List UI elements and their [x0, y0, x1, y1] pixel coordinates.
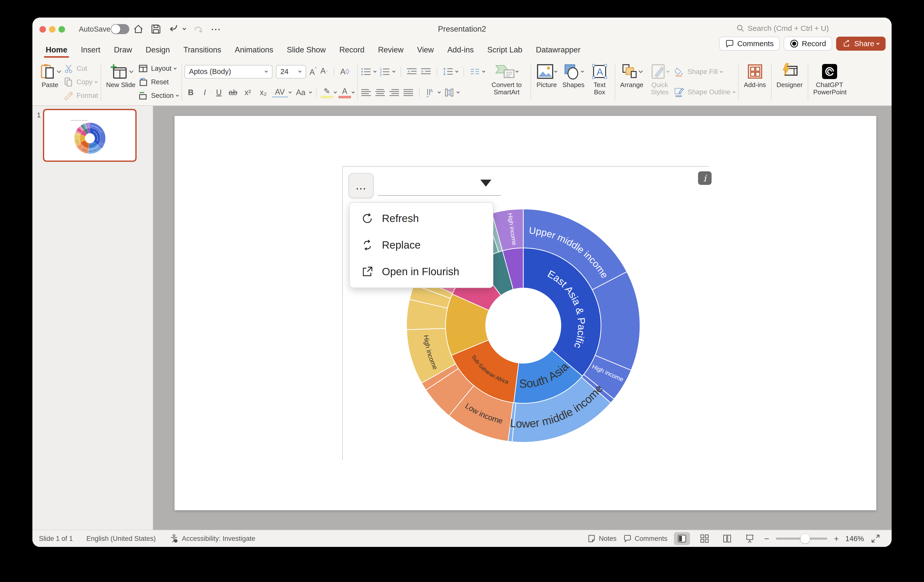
chevron-down-icon [719, 70, 723, 73]
italic-button[interactable]: I [199, 88, 211, 97]
dropdown-caret-icon[interactable] [480, 179, 492, 187]
chevron-down-icon [173, 66, 177, 70]
zoom-out-button[interactable]: − [764, 534, 769, 544]
line-spacing-icon[interactable] [442, 67, 454, 77]
notes-toggle[interactable]: Notes [587, 534, 617, 543]
chart-options-button[interactable]: ... [348, 173, 374, 198]
chevron-down-icon [482, 69, 485, 73]
reset-button[interactable]: Reset [138, 76, 179, 88]
addins-button[interactable]: Add-ins [741, 61, 768, 103]
increase-indent-icon[interactable] [420, 67, 432, 77]
tab-add-ins[interactable]: Add-ins [441, 41, 480, 59]
info-button[interactable]: i [698, 171, 711, 185]
numbered-list-icon[interactable]: 123 [379, 67, 391, 77]
character-spacing-button[interactable]: AV [272, 87, 288, 97]
justify-icon[interactable] [403, 87, 414, 98]
tab-view[interactable]: View [410, 41, 441, 59]
grow-font-button[interactable]: Aˆ [310, 66, 317, 77]
align-right-icon[interactable] [388, 87, 400, 98]
menu-item-open-in-flourish[interactable]: Open in Flourish [350, 259, 493, 285]
tab-home[interactable]: Home [39, 41, 74, 59]
convert-smartart-button[interactable]: Convert to SmartArt [485, 61, 528, 103]
underline-button[interactable]: U [213, 88, 225, 97]
tab-review[interactable]: Review [371, 41, 410, 59]
paste-button[interactable]: Paste [36, 61, 64, 103]
accessibility-status[interactable]: ! Accessibility: Investigate [169, 534, 255, 543]
workspace: 1 Upper middle incomeEast Asia & Pacific… [32, 106, 892, 547]
clear-formatting-button[interactable]: A◊ [340, 67, 349, 76]
slide-canvas[interactable]: ... i Upper middle incomeEast Asia & Pac… [175, 116, 876, 510]
shapes-button[interactable]: Shapes [560, 61, 587, 103]
zoom-level[interactable]: 146% [845, 534, 864, 543]
bullet-list-icon[interactable] [360, 67, 372, 77]
bold-button[interactable]: B [185, 88, 197, 97]
chevron-down-icon [733, 90, 736, 93]
zoom-slider-knob[interactable] [800, 534, 810, 543]
svg-text:A: A [597, 66, 603, 77]
tab-slide-show[interactable]: Slide Show [280, 41, 332, 59]
shape-fill-button: Shape Fill [673, 66, 736, 78]
picture-button[interactable]: Picture [533, 61, 560, 103]
font-size-select[interactable]: 24 [276, 65, 306, 79]
normal-view-button[interactable] [674, 532, 690, 545]
layout-button[interactable]: Layout [138, 62, 179, 74]
chevron-down-icon [289, 90, 292, 94]
zoom-slider[interactable] [776, 538, 827, 539]
new-slide-label: New Slide [106, 81, 135, 89]
tab-design[interactable]: Design [139, 41, 177, 59]
text-box-label: Text Box [589, 81, 610, 96]
tab-record[interactable]: Record [332, 41, 371, 59]
comments-toggle[interactable]: Comments [623, 534, 668, 543]
shrink-font-button[interactable]: Aˇ [320, 66, 328, 77]
tab-transitions[interactable]: Transitions [177, 41, 228, 59]
slide-thumbnail[interactable]: Upper middle incomeEast Asia & PacificHi… [43, 109, 137, 162]
font-color-button[interactable]: A [338, 87, 351, 98]
search-field[interactable]: Search (Cmd + Ctrl + U) [736, 24, 829, 33]
chevron-down-icon [667, 69, 670, 73]
subscript-button[interactable]: x₂ [256, 88, 271, 97]
superscript-button[interactable]: x² [241, 88, 255, 97]
arrange-button[interactable]: Arrange [618, 61, 646, 103]
record-button[interactable]: Record [784, 37, 832, 51]
tab-draw[interactable]: Draw [107, 41, 139, 59]
accessibility-icon: ! [169, 534, 179, 543]
chatgpt-powerpoint-button[interactable]: ChatGPT PowerPoint [811, 61, 848, 103]
align-center-icon[interactable] [375, 87, 386, 98]
menu-item-refresh[interactable]: Refresh [350, 206, 493, 232]
text-direction-icon[interactable]: A [425, 87, 436, 98]
fit-slide-icon[interactable] [871, 534, 881, 544]
tab-datawrapper[interactable]: Datawrapper [529, 41, 587, 59]
tab-animations[interactable]: Animations [228, 41, 280, 59]
comments-button[interactable]: Comments [719, 37, 780, 51]
tab-script-lab[interactable]: Script Lab [480, 41, 529, 59]
reading-view-button[interactable] [719, 532, 735, 545]
share-button[interactable]: Share [836, 37, 886, 51]
zoom-in-button[interactable]: + [834, 534, 839, 544]
section-label: Section [151, 92, 174, 100]
record-icon [790, 39, 799, 48]
cut-button: Cut [64, 62, 98, 74]
slideshow-view-button[interactable] [742, 532, 758, 545]
designer-button[interactable]: Designer [774, 61, 805, 103]
align-left-icon[interactable] [360, 87, 372, 98]
new-slide-button[interactable]: New Slide [104, 61, 138, 103]
font-name-select[interactable]: Aptos (Body) [185, 65, 272, 79]
slide-sorter-view-button[interactable] [696, 532, 713, 545]
section-button[interactable]: Section [138, 90, 179, 102]
chart-filter-dropdown[interactable] [378, 195, 501, 196]
reset-label: Reset [151, 78, 169, 86]
highlight-color-button[interactable]: ✎ [321, 87, 333, 98]
slideshow-icon [745, 534, 755, 544]
decrease-indent-icon[interactable] [406, 67, 417, 77]
columns-icon[interactable] [469, 67, 480, 77]
svg-text:A: A [430, 89, 433, 93]
shape-fill-icon [673, 66, 685, 77]
text-box-button[interactable]: A Text Box [587, 61, 612, 103]
menu-item-replace[interactable]: Replace [350, 232, 493, 258]
tab-insert[interactable]: Insert [74, 41, 107, 59]
slide-counter: Slide 1 of 1 [39, 535, 73, 543]
align-text-vertical-icon[interactable] [444, 87, 455, 98]
language-selector[interactable]: English (United States) [86, 535, 156, 543]
change-case-button[interactable]: Aa [293, 88, 309, 97]
strikethrough-button[interactable]: ab [227, 88, 239, 97]
